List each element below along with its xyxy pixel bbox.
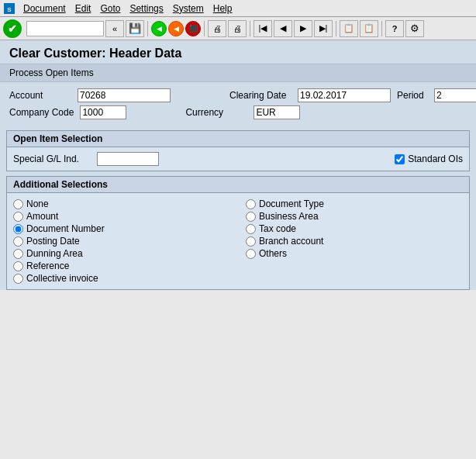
customize-button[interactable]: ⚙ <box>405 20 424 37</box>
radio-collective-invoice[interactable] <box>13 274 23 284</box>
nav2-button[interactable]: ◀ <box>274 20 292 37</box>
stop-red-button[interactable]: ⬛ <box>185 21 201 36</box>
separator-1 <box>147 21 148 36</box>
check-icon: ✔ <box>8 22 17 35</box>
command-input[interactable] <box>26 21 104 36</box>
menu-bar: S Document Edit Goto Settings System Hel… <box>0 0 476 17</box>
radio-item-business-area: Business Area <box>246 210 463 223</box>
menu-goto[interactable]: Goto <box>95 2 125 16</box>
standard-ois-checkbox[interactable] <box>395 154 405 164</box>
radio-tax-code[interactable] <box>246 224 256 234</box>
confirm-button[interactable]: ✔ <box>3 19 22 38</box>
radio-none-label: None <box>26 198 49 209</box>
radio-amount[interactable] <box>13 212 23 222</box>
nav4-icon: ▶| <box>319 23 328 33</box>
nav1-button[interactable]: |◀ <box>254 20 272 37</box>
save-button[interactable]: 💾 <box>126 20 144 37</box>
radio-reference[interactable] <box>13 261 23 271</box>
radio-none[interactable] <box>13 199 23 209</box>
currency-label: Currency <box>185 107 247 118</box>
menu-help[interactable]: Help <box>209 2 237 16</box>
menu-system[interactable]: System <box>168 2 209 16</box>
special-gl-label: Special G/L Ind. <box>13 154 91 164</box>
radio-document-number[interactable] <box>13 224 23 234</box>
clearing-date-input[interactable] <box>298 88 391 102</box>
help-icon: ? <box>392 24 398 33</box>
radio-item-amount: Amount <box>13 210 230 223</box>
window1-button[interactable]: 📋 <box>340 20 358 37</box>
back-green-button[interactable]: ◀ <box>151 21 167 36</box>
form-area: Account Clearing Date Period Company Cod… <box>0 82 476 126</box>
radio-item-tax-code: Tax code <box>246 223 463 235</box>
open-item-selection-section: Open Item Selection Special G/L Ind. Sta… <box>6 130 470 171</box>
nav3-icon: ▶ <box>300 23 306 33</box>
radio-dunning-area[interactable] <box>13 249 23 259</box>
stop-red-icon: ⬛ <box>189 25 198 33</box>
back-green-icon: ◀ <box>157 25 162 33</box>
window1-icon: 📋 <box>343 23 354 33</box>
menu-document[interactable]: Document <box>19 2 71 16</box>
nav3-button[interactable]: ▶ <box>294 20 312 37</box>
radio-document-type-label: Document Type <box>259 198 324 209</box>
account-input[interactable] <box>78 88 171 102</box>
radio-item-branch-account: Branch account <box>246 235 463 247</box>
company-code-input[interactable] <box>80 105 126 119</box>
radio-business-area[interactable] <box>246 212 256 222</box>
period-label: Period <box>397 90 428 101</box>
open-item-selection-header: Open Item Selection <box>7 131 469 147</box>
back-orange-icon: ◀ <box>174 25 179 33</box>
svg-text:S: S <box>7 6 12 13</box>
radio-item-collective-invoice: Collective invoice <box>13 272 230 285</box>
save-icon: 💾 <box>129 22 141 34</box>
radio-collective-invoice-label: Collective invoice <box>26 273 98 284</box>
help-button[interactable]: ? <box>385 20 404 37</box>
sap-logo-icon: S <box>4 3 15 14</box>
nav-back-icon: « <box>112 24 117 33</box>
nav4-button[interactable]: ▶| <box>314 20 333 37</box>
toolbar: ✔ « 💾 ◀ ◀ ⬛ 🖨 🖨 |◀ ◀ ▶ ▶| 📋 📋 ? ⚙ <box>0 17 476 40</box>
radio-item-document-type: Document Type <box>246 198 463 210</box>
account-label: Account <box>9 90 71 101</box>
radio-item-reference: Reference <box>13 260 230 272</box>
radio-business-area-label: Business Area <box>259 211 319 222</box>
nav2-icon: ◀ <box>280 23 286 33</box>
separator-5 <box>381 21 382 36</box>
radio-item-posting-date: Posting Date <box>13 235 230 247</box>
account-row: Account Clearing Date Period <box>9 88 467 102</box>
radio-posting-date-label: Posting Date <box>26 236 80 247</box>
radio-document-type[interactable] <box>246 199 256 209</box>
separator-2 <box>204 21 205 36</box>
radio-amount-label: Amount <box>26 211 58 222</box>
open-item-selection-content: Special G/L Ind. Standard OIs <box>7 147 469 171</box>
radio-item-dunning-area: Dunning Area <box>13 247 230 260</box>
radio-others[interactable] <box>246 249 256 259</box>
additional-selections-header: Additional Selections <box>7 177 469 193</box>
customize-icon: ⚙ <box>410 22 419 34</box>
radio-branch-account-label: Branch account <box>259 236 323 247</box>
window2-icon: 📋 <box>364 23 374 33</box>
standard-ois-area: Standard OIs <box>395 154 463 164</box>
back-orange-button[interactable]: ◀ <box>168 21 184 36</box>
radio-branch-account[interactable] <box>246 236 256 247</box>
radio-dunning-area-label: Dunning Area <box>26 248 83 259</box>
separator-3 <box>250 21 250 36</box>
print2-button[interactable]: 🖨 <box>228 20 247 37</box>
main-content: Clear Customer: Header Data Process Open… <box>0 40 476 290</box>
page-title: Clear Customer: Header Data <box>0 40 476 64</box>
additional-selections-section: Additional Selections None Document Type… <box>6 176 470 290</box>
nav1-icon: |◀ <box>259 23 267 33</box>
print-button[interactable]: 🖨 <box>208 20 226 37</box>
period-input[interactable] <box>434 88 476 102</box>
special-gl-input[interactable] <box>97 152 159 166</box>
window2-button[interactable]: 📋 <box>360 20 378 37</box>
menu-settings[interactable]: Settings <box>125 2 167 16</box>
additional-selections-content: None Document Type Amount Business Area <box>7 193 469 289</box>
company-code-row: Company Code Currency <box>9 105 467 119</box>
nav-back-button[interactable]: « <box>105 20 124 37</box>
currency-input[interactable] <box>254 105 300 119</box>
print-icon: 🖨 <box>213 24 222 33</box>
radio-document-number-label: Document Number <box>26 223 105 234</box>
radio-item-others: Others <box>246 247 463 260</box>
menu-edit[interactable]: Edit <box>71 2 96 16</box>
radio-posting-date[interactable] <box>13 236 23 247</box>
